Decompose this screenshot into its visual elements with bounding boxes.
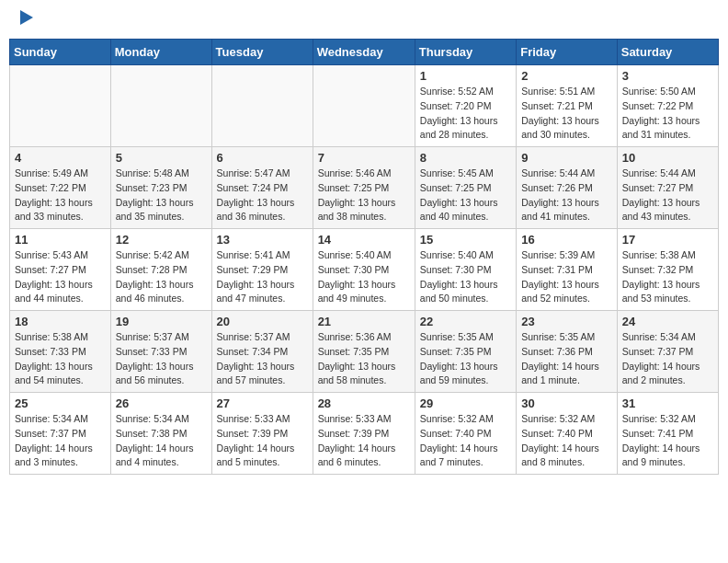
day-number: 31 [622,396,713,410]
calendar-cell: 5Sunrise: 5:48 AM Sunset: 7:23 PM Daylig… [110,147,211,229]
calendar-cell: 10Sunrise: 5:44 AM Sunset: 7:27 PM Dayli… [617,147,718,229]
calendar-cell: 30Sunrise: 5:32 AM Sunset: 7:40 PM Dayli… [517,393,618,475]
day-number: 21 [318,315,410,328]
calendar-cell: 12Sunrise: 5:42 AM Sunset: 7:28 PM Dayli… [110,229,211,311]
day-number: 27 [217,396,308,410]
day-number: 2 [521,69,612,83]
day-number: 9 [521,151,612,165]
calendar-cell: 22Sunrise: 5:35 AM Sunset: 7:35 PM Dayli… [415,311,516,393]
calendar-week-row: 25Sunrise: 5:34 AM Sunset: 7:37 PM Dayli… [10,393,719,475]
calendar-week-row: 11Sunrise: 5:43 AM Sunset: 7:27 PM Dayli… [10,229,719,311]
day-number: 17 [622,233,713,247]
day-info: Sunrise: 5:33 AM Sunset: 7:39 PM Dayligh… [318,412,410,470]
calendar-cell: 24Sunrise: 5:34 AM Sunset: 7:37 PM Dayli… [617,311,718,393]
calendar-cell: 11Sunrise: 5:43 AM Sunset: 7:27 PM Dayli… [10,229,111,311]
day-number: 28 [318,396,410,410]
day-number: 30 [521,396,612,410]
calendar-table: SundayMondayTuesdayWednesdayThursdayFrid… [9,39,719,475]
day-info: Sunrise: 5:40 AM Sunset: 7:30 PM Dayligh… [420,248,511,306]
calendar-week-row: 4Sunrise: 5:49 AM Sunset: 7:22 PM Daylig… [10,147,719,229]
calendar-cell: 8Sunrise: 5:45 AM Sunset: 7:25 PM Daylig… [415,147,516,229]
day-info: Sunrise: 5:36 AM Sunset: 7:35 PM Dayligh… [318,330,410,388]
calendar-cell [313,65,415,147]
day-info: Sunrise: 5:38 AM Sunset: 7:33 PM Dayligh… [15,330,106,388]
day-info: Sunrise: 5:40 AM Sunset: 7:30 PM Dayligh… [318,248,410,306]
day-info: Sunrise: 5:37 AM Sunset: 7:34 PM Dayligh… [217,330,308,388]
day-info: Sunrise: 5:34 AM Sunset: 7:37 PM Dayligh… [15,412,106,470]
calendar-cell: 1Sunrise: 5:52 AM Sunset: 7:20 PM Daylig… [415,65,516,147]
day-number: 10 [622,151,713,165]
calendar-cell: 9Sunrise: 5:44 AM Sunset: 7:26 PM Daylig… [517,147,618,229]
day-number: 24 [622,315,713,328]
calendar-cell [110,65,211,147]
calendar-cell: 31Sunrise: 5:32 AM Sunset: 7:41 PM Dayli… [617,393,718,475]
calendar-cell: 28Sunrise: 5:33 AM Sunset: 7:39 PM Dayli… [313,393,415,475]
day-info: Sunrise: 5:41 AM Sunset: 7:29 PM Dayligh… [217,248,308,306]
calendar-cell [211,65,313,147]
calendar-day-header: Tuesday [211,40,313,65]
day-info: Sunrise: 5:51 AM Sunset: 7:21 PM Dayligh… [521,85,612,143]
calendar-cell: 20Sunrise: 5:37 AM Sunset: 7:34 PM Dayli… [211,311,313,393]
calendar-cell: 21Sunrise: 5:36 AM Sunset: 7:35 PM Dayli… [313,311,415,393]
calendar-cell: 19Sunrise: 5:37 AM Sunset: 7:33 PM Dayli… [110,311,211,393]
day-info: Sunrise: 5:34 AM Sunset: 7:37 PM Dayligh… [622,330,713,388]
day-number: 15 [420,233,511,247]
day-number: 20 [217,315,308,328]
day-info: Sunrise: 5:42 AM Sunset: 7:28 PM Dayligh… [116,248,207,306]
calendar-day-header: Saturday [617,40,718,65]
day-number: 13 [217,233,308,247]
day-number: 16 [521,233,612,247]
day-number: 6 [217,151,308,165]
day-number: 5 [116,151,207,165]
day-info: Sunrise: 5:45 AM Sunset: 7:25 PM Dayligh… [420,167,511,224]
day-info: Sunrise: 5:49 AM Sunset: 7:22 PM Dayligh… [15,167,106,224]
day-info: Sunrise: 5:32 AM Sunset: 7:40 PM Dayligh… [420,412,511,470]
day-info: Sunrise: 5:52 AM Sunset: 7:20 PM Dayligh… [420,85,511,143]
day-info: Sunrise: 5:35 AM Sunset: 7:35 PM Dayligh… [420,330,511,388]
day-number: 7 [318,151,410,165]
calendar-cell: 23Sunrise: 5:35 AM Sunset: 7:36 PM Dayli… [517,311,618,393]
calendar-cell: 6Sunrise: 5:47 AM Sunset: 7:24 PM Daylig… [211,147,313,229]
day-info: Sunrise: 5:44 AM Sunset: 7:27 PM Dayligh… [622,167,713,224]
day-number: 26 [116,396,207,410]
calendar-cell: 3Sunrise: 5:50 AM Sunset: 7:22 PM Daylig… [617,65,718,147]
day-info: Sunrise: 5:35 AM Sunset: 7:36 PM Dayligh… [521,330,612,388]
day-info: Sunrise: 5:47 AM Sunset: 7:24 PM Dayligh… [217,167,308,224]
calendar-cell: 16Sunrise: 5:39 AM Sunset: 7:31 PM Dayli… [517,229,618,311]
calendar-cell: 14Sunrise: 5:40 AM Sunset: 7:30 PM Dayli… [313,229,415,311]
calendar-cell: 17Sunrise: 5:38 AM Sunset: 7:32 PM Dayli… [617,229,718,311]
day-info: Sunrise: 5:33 AM Sunset: 7:39 PM Dayligh… [217,412,308,470]
day-number: 19 [116,315,207,328]
day-info: Sunrise: 5:32 AM Sunset: 7:40 PM Dayligh… [521,412,612,470]
logo [18,14,33,25]
day-info: Sunrise: 5:34 AM Sunset: 7:38 PM Dayligh… [116,412,207,470]
calendar-cell: 18Sunrise: 5:38 AM Sunset: 7:33 PM Dayli… [10,311,111,393]
calendar-cell: 25Sunrise: 5:34 AM Sunset: 7:37 PM Dayli… [10,393,111,475]
calendar-cell: 27Sunrise: 5:33 AM Sunset: 7:39 PM Dayli… [211,393,313,475]
logo-arrow-icon [20,10,33,25]
day-number: 12 [116,233,207,247]
calendar-day-header: Thursday [415,40,516,65]
day-info: Sunrise: 5:38 AM Sunset: 7:32 PM Dayligh… [622,248,713,306]
calendar-day-header: Monday [110,40,211,65]
day-number: 8 [420,151,511,165]
day-number: 14 [318,233,410,247]
day-info: Sunrise: 5:44 AM Sunset: 7:26 PM Dayligh… [521,167,612,224]
calendar-cell: 29Sunrise: 5:32 AM Sunset: 7:40 PM Dayli… [415,393,516,475]
calendar-day-header: Wednesday [313,40,415,65]
calendar-day-header: Friday [517,40,618,65]
calendar-cell: 7Sunrise: 5:46 AM Sunset: 7:25 PM Daylig… [313,147,415,229]
day-number: 23 [521,315,612,328]
day-number: 25 [15,396,106,410]
calendar-day-header: Sunday [10,40,111,65]
day-number: 29 [420,396,511,410]
calendar-week-row: 1Sunrise: 5:52 AM Sunset: 7:20 PM Daylig… [10,65,719,147]
calendar-cell: 26Sunrise: 5:34 AM Sunset: 7:38 PM Dayli… [110,393,211,475]
calendar-cell: 2Sunrise: 5:51 AM Sunset: 7:21 PM Daylig… [517,65,618,147]
day-number: 18 [15,315,106,328]
calendar-cell: 4Sunrise: 5:49 AM Sunset: 7:22 PM Daylig… [10,147,111,229]
day-info: Sunrise: 5:46 AM Sunset: 7:25 PM Dayligh… [318,167,410,224]
day-number: 3 [622,69,713,83]
calendar-cell: 15Sunrise: 5:40 AM Sunset: 7:30 PM Dayli… [415,229,516,311]
calendar-header-row: SundayMondayTuesdayWednesdayThursdayFrid… [10,40,719,65]
